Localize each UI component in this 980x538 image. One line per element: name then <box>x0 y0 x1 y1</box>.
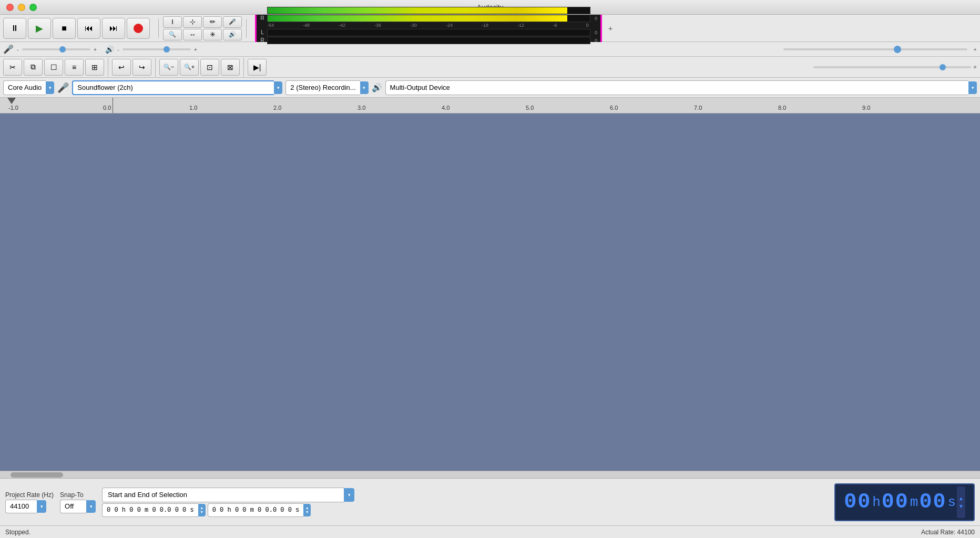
start-time-arrows[interactable]: ▲▼ <box>198 504 206 516</box>
silence-button[interactable]: ≡ <box>65 59 84 76</box>
speed-plus-label: + <box>974 46 977 53</box>
mic-tool-button[interactable]: 🎤 <box>223 16 242 28</box>
vu-zero-label3: 0 <box>595 30 597 35</box>
pencil-tool-button[interactable]: ✏ <box>203 16 222 28</box>
copy-button[interactable]: ⧉ <box>24 59 43 76</box>
speaker-tool-button[interactable]: 🔊 <box>223 29 242 40</box>
mic-tool-icon: 🎤 <box>229 18 236 25</box>
toolbar-divider1 <box>158 19 159 38</box>
output-volume-slider[interactable] <box>122 48 191 50</box>
end-time-arrows[interactable]: ▲▼ <box>303 504 311 516</box>
selection-group: Start and End of Selection ▾ 0 0 h 0 0 m… <box>102 488 354 517</box>
track-area[interactable] <box>0 113 980 471</box>
zoom-tool-button[interactable]: 🔍 <box>163 29 182 40</box>
time-h-unit: h <box>872 494 881 510</box>
silence-icon: ≡ <box>72 63 76 71</box>
input-device-arrow[interactable]: ▾ <box>274 81 282 94</box>
zoom-in-icon: 🔍+ <box>184 64 195 70</box>
multi2-tool-icon: ✳ <box>210 30 216 38</box>
snap-to-arrow[interactable]: ▾ <box>86 500 96 513</box>
channels-selector[interactable]: 2 (Stereo) Recordin... <box>285 80 360 95</box>
vu-channel-left-bot: L 0 <box>260 29 597 36</box>
playback-speed-slider[interactable] <box>783 48 967 50</box>
main-window: ⏸ ▶ ■ ⏮ ⏭ I <box>0 15 980 538</box>
channels-group: 2 (Stereo) Recordin... ▾ <box>285 80 368 95</box>
start-time-field[interactable]: 0 0 h 0 0 m 0 0.0 0 0 s <box>102 503 198 517</box>
host-selector[interactable]: Core Audio <box>3 80 46 95</box>
play-cursor-button[interactable]: ▶| <box>248 59 267 76</box>
window-controls[interactable] <box>6 4 37 11</box>
output-device-selector[interactable]: Multi-Output Device <box>385 80 968 95</box>
edit-divider1 <box>108 58 108 77</box>
multi2-tool-button[interactable]: ✳ <box>203 29 222 40</box>
host-value: Core Audio <box>8 84 42 91</box>
device-row: Core Audio ▾ 🎤 Soundflower (2ch) ▾ 2 (St… <box>0 78 980 98</box>
cursor-tool-button[interactable]: I <box>163 16 182 28</box>
close-button[interactable] <box>6 4 14 11</box>
stop-button[interactable]: ■ <box>53 18 76 39</box>
snap-to-selector[interactable]: Off <box>60 500 86 513</box>
ruler-marker-minus1: -1.0 <box>8 105 18 111</box>
time-seconds: 00 <box>919 490 946 514</box>
channels-arrow[interactable]: ▾ <box>360 81 369 94</box>
transport-controls: ⏸ ▶ ■ ⏮ ⏭ <box>3 18 150 39</box>
redo-button[interactable]: ↪ <box>132 59 151 76</box>
speaker-icon: 🔊 <box>105 45 114 54</box>
h-scrollbar[interactable] <box>0 471 980 478</box>
input-device-selector[interactable]: Soundflower (2ch) <box>72 80 274 95</box>
record-icon <box>134 24 143 33</box>
start-time-value: 0 0 h 0 0 m 0 0.0 0 0 s <box>107 506 194 514</box>
undo-button[interactable]: ↩ <box>112 59 131 76</box>
input-volume-thumb[interactable] <box>59 46 66 53</box>
minimize-button[interactable] <box>18 4 25 11</box>
end-time-field[interactable]: 0 0 h 0 0 m 0 0.0 0 0 s <box>208 503 304 517</box>
time-fields-group: 0 0 h 0 0 m 0 0.0 0 0 s ▲▼ 0 0 h 0 0 m 0… <box>102 503 354 517</box>
pause-button[interactable]: ⏸ <box>3 18 26 39</box>
maximize-button[interactable] <box>29 4 37 11</box>
play-cursor-icon: ▶| <box>253 63 261 71</box>
time-hours: 00 <box>844 490 871 514</box>
stop-icon: ■ <box>62 24 67 33</box>
zoom-fit-icon: ⊡ <box>207 63 213 71</box>
ruler-marker-5: 5.0 <box>526 105 534 111</box>
resize-tool-icon: ↔ <box>189 30 196 38</box>
input-mic-icon: 🎤 <box>57 82 69 94</box>
output-device-arrow[interactable]: ▾ <box>968 81 977 94</box>
h-scrollbar-thumb[interactable] <box>11 472 63 478</box>
resize-tool-button[interactable]: ↔ <box>183 29 202 40</box>
skip-end-button[interactable]: ⏭ <box>102 18 125 39</box>
vu-expand-icon[interactable]: + <box>608 24 612 33</box>
vu-bar-right2 <box>267 37 590 44</box>
zoom-slider[interactable] <box>813 66 971 68</box>
playback-speed-thumb[interactable] <box>894 46 901 53</box>
zoom-in-button[interactable]: 🔍+ <box>180 59 199 76</box>
trim-button[interactable]: ⊞ <box>85 59 104 76</box>
vu-label-R1: R <box>260 15 265 21</box>
time-minutes: 00 <box>882 490 909 514</box>
zoom-out-button[interactable]: 🔍− <box>159 59 178 76</box>
project-rate-selector[interactable]: 44100 <box>5 500 37 513</box>
end-time-group: 0 0 h 0 0 m 0 0.0 0 0 s ▲▼ <box>208 503 311 517</box>
zoom-slider-thumb[interactable] <box>940 64 946 70</box>
zoom-fit-button[interactable]: ⊡ <box>200 59 219 76</box>
play-button[interactable]: ▶ <box>28 18 51 39</box>
zoom-sel-button[interactable]: ⊠ <box>221 59 240 76</box>
selection-mode-selector[interactable]: Start and End of Selection <box>102 488 344 502</box>
output-volume-thumb[interactable] <box>164 46 170 53</box>
input-volume-slider[interactable] <box>22 48 90 50</box>
cut-button[interactable]: ✂ <box>3 59 22 76</box>
channels-value: 2 (Stereo) Recordin... <box>290 84 355 91</box>
project-rate-value: 44100 <box>10 502 29 510</box>
host-arrow[interactable]: ▾ <box>46 81 54 94</box>
timeline-ruler: -1.0 0.0 1.0 2.0 3.0 4.0 5.0 6.0 7.0 8.0… <box>0 98 980 113</box>
selection-mode-arrow[interactable]: ▾ <box>344 488 354 502</box>
record-button[interactable] <box>127 18 150 39</box>
multi-tool-button[interactable]: ⊹ <box>183 16 202 28</box>
vu-channel-right-bot: R 0 <box>260 37 597 44</box>
paste-icon: ☐ <box>50 63 57 71</box>
skip-start-button[interactable]: ⏮ <box>77 18 100 39</box>
paste-button[interactable]: ☐ <box>44 59 63 76</box>
zoom-sel-icon: ⊠ <box>227 63 233 71</box>
project-rate-arrow[interactable]: ▾ <box>37 500 46 513</box>
time-display-arrows[interactable]: ▲ ▼ <box>957 487 965 518</box>
